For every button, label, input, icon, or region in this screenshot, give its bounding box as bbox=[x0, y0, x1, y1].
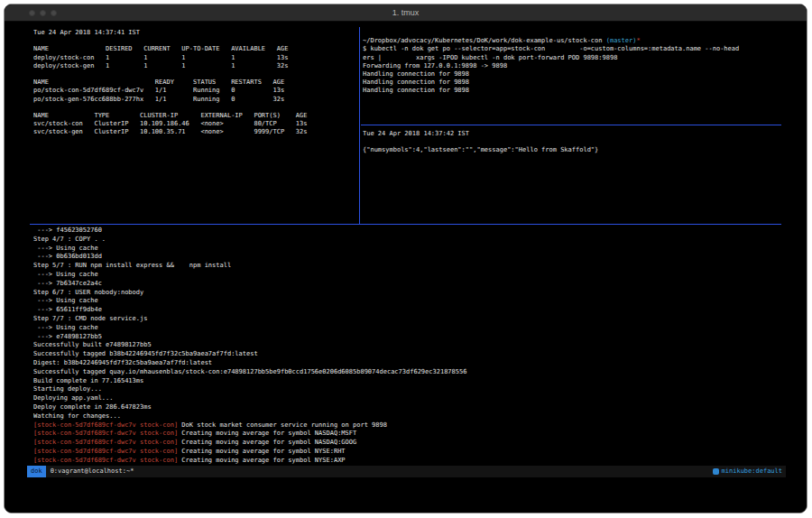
terminal-line: ---> Using cache bbox=[33, 271, 781, 280]
terminal-line: {"numsymbols":4,"lastseen":"","message":… bbox=[363, 146, 780, 154]
terminal-line: ~/Dropbox/advocacy/Kubernetes/DoK/work/d… bbox=[363, 37, 780, 45]
terminal-line: deploy/stock-con 1 1 1 1 13s bbox=[33, 54, 358, 62]
pane-skaffold-log[interactable]: ---> f45623052760Step 4/7 : COPY . . ---… bbox=[33, 227, 781, 467]
terminal-line bbox=[33, 104, 358, 112]
terminal-line: ---> Using cache bbox=[33, 245, 781, 254]
kube-context-label: minikube:default bbox=[722, 466, 782, 477]
terminal-line: Watching for changes... bbox=[33, 412, 781, 421]
pane-curl-output[interactable]: Tue 24 Apr 2018 14:37:42 IST {"numsymbol… bbox=[363, 130, 780, 220]
terminal-line: ---> 0b636bd013dd bbox=[33, 253, 781, 262]
terminal-line: [stock-con-5d7df689cf-dwc7v stock-con] D… bbox=[33, 421, 781, 430]
minikube-icon bbox=[713, 468, 719, 475]
terminal-line: Tue 24 Apr 2018 14:37:41 IST bbox=[33, 29, 358, 37]
terminal-line: svc/stock-con ClusterIP 10.109.186.46 <n… bbox=[33, 120, 358, 128]
terminal-line: Handling connection for 9898 bbox=[363, 70, 780, 79]
terminal-line: ---> Using cache bbox=[33, 297, 781, 306]
pane-border-right-horizontal bbox=[361, 125, 781, 125]
terminal-line: Deploying app.yaml... bbox=[33, 394, 781, 403]
terminal-line: po/stock-con-5d7df689cf-dwc7v 1/1 Runnin… bbox=[33, 87, 358, 95]
terminal-line: NAME TYPE CLUSTER-IP EXTERNAL-IP PORT(S)… bbox=[33, 112, 358, 120]
pane-border-horizontal bbox=[30, 224, 781, 225]
terminal-line: Step 6/7 : USER nobody:nobody bbox=[33, 289, 781, 298]
terminal-line: NAME DESIRED CURRENT UP-TO-DATE AVAILABL… bbox=[33, 45, 358, 53]
terminal-line: Successfully tagged quay.io/mhausenblas/… bbox=[33, 368, 781, 377]
window-title: 1. tmux bbox=[5, 5, 807, 22]
close-button[interactable] bbox=[29, 10, 35, 16]
terminal-line: [stock-con-5d7df689cf-dwc7v stock-con] C… bbox=[33, 457, 781, 466]
terminal-line: Step 4/7 : COPY . . bbox=[33, 236, 781, 245]
terminal-line: ---> Using cache bbox=[33, 324, 781, 333]
terminal-line bbox=[33, 37, 358, 45]
terminal-line: ---> e74898127bb5 bbox=[33, 333, 781, 342]
terminal-line: $ kubectl -n dok get po --selector=app=s… bbox=[363, 45, 780, 53]
terminal-window: Tue 24 Apr 2018 14:37:41 IST NAME DESIRE… bbox=[4, 4, 807, 513]
zoom-button[interactable] bbox=[51, 10, 57, 16]
terminal-line: Successfully built e74898127bb5 bbox=[33, 341, 781, 350]
terminal-line: NAME READY STATUS RESTARTS AGE bbox=[33, 79, 358, 87]
terminal-line: Forwarding from 127.0.0.1:9898 -> 9898 bbox=[363, 62, 780, 70]
pane-port-forward[interactable]: ~/Dropbox/advocacy/Kubernetes/DoK/work/d… bbox=[363, 29, 780, 124]
terminal-line: ---> 7b6347ce2a4c bbox=[33, 280, 781, 289]
terminal-line: Digest: b38b42246945fd7f32c5ba9aea7af7fd… bbox=[33, 359, 781, 368]
terminal-line bbox=[33, 70, 358, 79]
traffic-lights bbox=[29, 10, 57, 16]
window-list-item[interactable]: 0:vagrant@localhost:~* bbox=[51, 466, 134, 477]
terminal-line: Step 5/7 : RUN npm install express && np… bbox=[33, 262, 781, 271]
pane-kubectl-output[interactable]: Tue 24 Apr 2018 14:37:41 IST NAME DESIRE… bbox=[33, 29, 358, 222]
pane-border-vertical bbox=[359, 27, 360, 225]
window-titlebar: 1. tmux bbox=[5, 5, 807, 22]
terminal-line bbox=[363, 29, 780, 37]
terminal-line: Step 7/7 : CMD node service.js bbox=[33, 315, 781, 324]
terminal-line bbox=[363, 138, 780, 146]
terminal-line: [stock-con-5d7df689cf-dwc7v stock-con] C… bbox=[33, 430, 781, 439]
terminal-line: deploy/stock-gen 1 1 1 1 32s bbox=[33, 62, 358, 70]
terminal-line: Build complete in 77.165413ms bbox=[33, 377, 781, 386]
session-name-badge: dok bbox=[27, 466, 46, 477]
tmux-status-bar: dok 0:vagrant@localhost:~* minikube:defa… bbox=[27, 466, 786, 477]
terminal-line: ers | xargs -IPOD kubectl -n dok port-fo… bbox=[363, 54, 780, 62]
terminal-line: ---> f45623052760 bbox=[33, 227, 781, 236]
terminal-line: po/stock-gen-576cc688bb-277hx 1/1 Runnin… bbox=[33, 96, 358, 104]
terminal-line: [stock-con-5d7df689cf-dwc7v stock-con] C… bbox=[33, 448, 781, 457]
terminal-line: Successfully tagged b38b42246945fd7f32c5… bbox=[33, 350, 781, 359]
terminal-line: svc/stock-gen ClusterIP 10.100.35.71 <no… bbox=[33, 128, 358, 136]
terminal-line: Handling connection for 9898 bbox=[363, 79, 780, 87]
terminal-line: ---> 65611ff9db4e bbox=[33, 306, 781, 315]
terminal-line: Deploy complete in 286.647823ms bbox=[33, 403, 781, 412]
terminal-line: Starting deploy... bbox=[33, 385, 781, 394]
tmux-session: Tue 24 Apr 2018 14:37:41 IST NAME DESIRE… bbox=[5, 5, 807, 513]
minimize-button[interactable] bbox=[40, 10, 46, 16]
terminal-line: Tue 24 Apr 2018 14:37:42 IST bbox=[363, 130, 780, 138]
terminal-line: [stock-con-5d7df689cf-dwc7v stock-con] C… bbox=[33, 439, 781, 448]
terminal-line: Handling connection for 9898 bbox=[363, 87, 780, 95]
